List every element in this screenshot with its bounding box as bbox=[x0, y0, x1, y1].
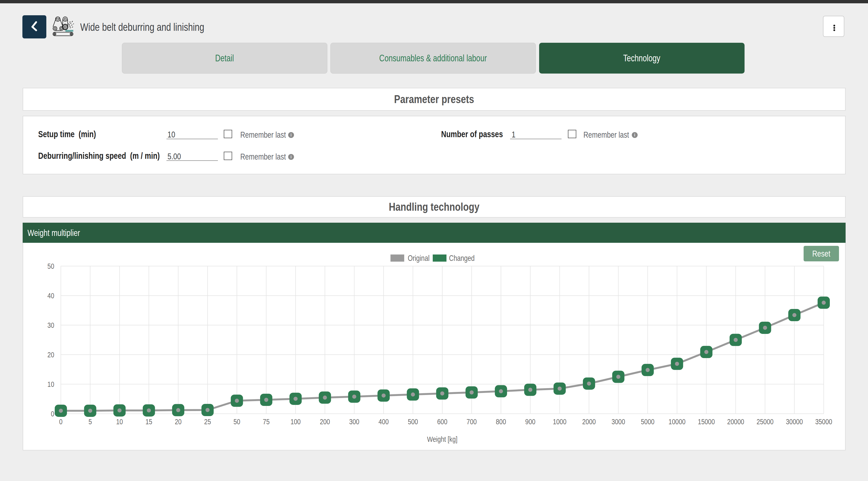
svg-text:5: 5 bbox=[89, 417, 92, 426]
svg-text:0: 0 bbox=[59, 417, 62, 426]
svg-text:35000: 35000 bbox=[815, 417, 832, 426]
svg-text:20: 20 bbox=[48, 350, 54, 359]
svg-text:30: 30 bbox=[48, 321, 54, 329]
svg-text:Weight [kg]: Weight [kg] bbox=[427, 435, 458, 443]
svg-text:3000: 3000 bbox=[612, 417, 625, 426]
svg-text:500: 500 bbox=[408, 417, 418, 426]
svg-text:800: 800 bbox=[496, 417, 506, 426]
svg-text:10: 10 bbox=[116, 417, 123, 426]
svg-text:25: 25 bbox=[204, 417, 211, 426]
svg-text:15000: 15000 bbox=[698, 417, 715, 426]
svg-text:0: 0 bbox=[51, 409, 54, 418]
svg-text:100: 100 bbox=[290, 417, 301, 426]
svg-text:700: 700 bbox=[467, 417, 477, 426]
svg-text:25000: 25000 bbox=[756, 417, 774, 426]
svg-text:50: 50 bbox=[234, 417, 240, 426]
svg-text:300: 300 bbox=[349, 417, 360, 426]
svg-text:20000: 20000 bbox=[727, 417, 744, 426]
svg-text:1000: 1000 bbox=[553, 417, 566, 426]
svg-text:2000: 2000 bbox=[582, 417, 596, 426]
svg-text:10000: 10000 bbox=[669, 417, 685, 426]
svg-text:40: 40 bbox=[48, 291, 54, 300]
svg-text:900: 900 bbox=[525, 417, 535, 426]
svg-text:Original: Original bbox=[408, 254, 429, 262]
svg-text:600: 600 bbox=[437, 417, 447, 426]
svg-text:20: 20 bbox=[175, 417, 182, 426]
svg-text:50: 50 bbox=[48, 262, 54, 270]
svg-text:75: 75 bbox=[263, 417, 270, 426]
svg-text:15: 15 bbox=[145, 417, 152, 426]
svg-text:Changed: Changed bbox=[449, 254, 475, 262]
svg-text:5000: 5000 bbox=[641, 417, 654, 426]
svg-text:30000: 30000 bbox=[786, 417, 803, 426]
svg-text:200: 200 bbox=[320, 417, 330, 426]
svg-text:400: 400 bbox=[378, 417, 389, 426]
svg-text:10: 10 bbox=[48, 380, 54, 388]
